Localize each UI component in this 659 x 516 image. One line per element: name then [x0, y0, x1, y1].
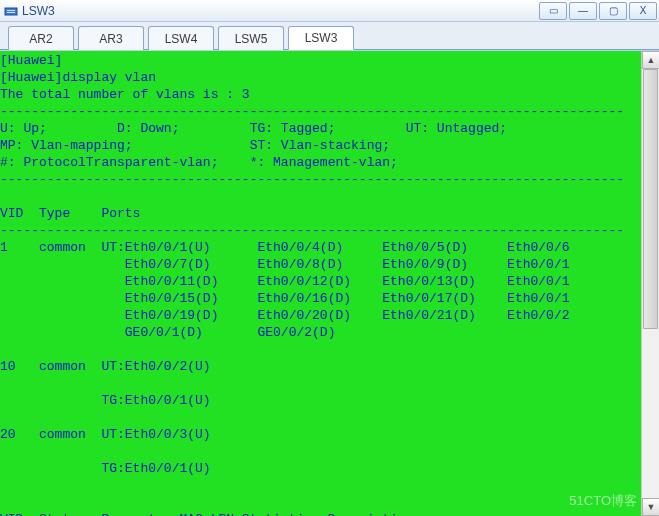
app-icon	[4, 4, 18, 18]
tab-lsw3[interactable]: LSW3	[288, 26, 354, 50]
window-buttons: ▭ — ▢ X	[539, 2, 659, 20]
svg-rect-0	[5, 8, 17, 15]
close-button[interactable]: X	[629, 2, 657, 20]
window-title: LSW3	[22, 4, 55, 18]
terminal-output[interactable]: [Huawei] [Huawei]display vlan The total …	[0, 51, 641, 516]
tab-ar3[interactable]: AR3	[78, 26, 144, 50]
app-window: LSW3 ▭ — ▢ X AR2AR3LSW4LSW5LSW3 [Huawei]…	[0, 0, 659, 516]
minimize-button[interactable]: —	[569, 2, 597, 20]
scroll-down-button[interactable]: ▼	[642, 498, 659, 516]
tab-lsw5[interactable]: LSW5	[218, 26, 284, 50]
svg-rect-2	[7, 12, 15, 13]
tabstrip: AR2AR3LSW4LSW5LSW3	[0, 22, 659, 50]
titlebar: LSW3 ▭ — ▢ X	[0, 0, 659, 22]
maximize-button[interactable]: ▢	[599, 2, 627, 20]
tab-ar2[interactable]: AR2	[8, 26, 74, 50]
svg-rect-1	[7, 10, 15, 11]
terminal-area: [Huawei] [Huawei]display vlan The total …	[0, 50, 659, 516]
scroll-thumb[interactable]	[643, 69, 658, 329]
scrollbar[interactable]: ▲ ▼	[641, 51, 659, 516]
scroll-up-button[interactable]: ▲	[642, 51, 659, 69]
float-button[interactable]: ▭	[539, 2, 567, 20]
tab-lsw4[interactable]: LSW4	[148, 26, 214, 50]
